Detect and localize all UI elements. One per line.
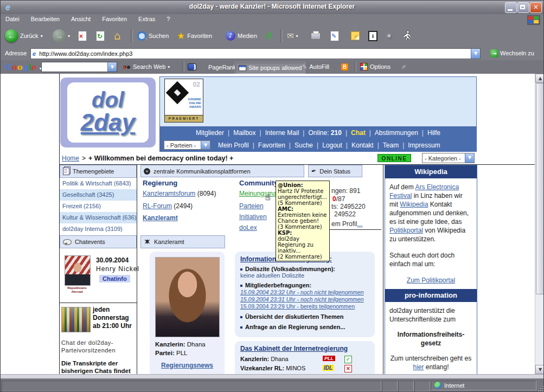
scroll-up-button[interactable]: ▲: [535, 74, 544, 83]
vertical-scrollbar[interactable]: ▲ ▼: [535, 74, 544, 374]
befragung-link-3[interactable]: 15.09.2004 23:29 Uhr - bereits teilgenom…: [240, 303, 369, 310]
media-button[interactable]: ♪ Medien: [226, 28, 257, 43]
menu-bearbeiten[interactable]: Bearbeiten: [26, 14, 65, 24]
address-dropdown-icon[interactable]: ▼: [471, 49, 480, 59]
nav-abstimmungen[interactable]: Abstimmungen: [375, 129, 418, 137]
nav-mein-profil[interactable]: Mein Profil: [218, 142, 249, 149]
forward-button[interactable]: → ▾: [53, 28, 70, 43]
favorites-button[interactable]: ★ Favoriten: [177, 28, 212, 43]
news-button[interactable]: [188, 62, 196, 72]
stop-button[interactable]: ×: [78, 28, 87, 43]
sidebar-item-freizeit[interactable]: Freizeit (2156): [60, 201, 137, 212]
nav-favoriten[interactable]: Favoriten: [258, 142, 285, 149]
menu-ansicht[interactable]: Ansicht: [66, 14, 95, 24]
parteien-link[interactable]: Parteien: [239, 202, 264, 210]
google-logo[interactable]: Google ▾: [5, 62, 42, 72]
kategorien-dropdown-icon[interactable]: ▼: [465, 153, 474, 163]
options-button[interactable]: Options: [360, 62, 391, 72]
pagerank-label[interactable]: PageRank: [208, 64, 236, 70]
google-search-dropdown-icon[interactable]: ▼: [107, 62, 117, 72]
nav-team[interactable]: Team: [383, 142, 399, 149]
nav-mitglieder[interactable]: Mitglieder: [196, 129, 224, 137]
dolex-link[interactable]: doLex: [239, 224, 257, 232]
parteien-dropdown[interactable]: - Parteien - ▼: [164, 140, 210, 150]
home-button[interactable]: ⌂: [114, 28, 121, 43]
sidebar-item-interna[interactable]: dol2day Interna (3109): [60, 223, 137, 235]
nav-suche[interactable]: Suche: [295, 142, 313, 149]
parteien-dropdown-icon[interactable]: ▼: [201, 141, 210, 149]
back-dropdown-icon[interactable]: ▾: [41, 34, 43, 38]
grimme-award-badge[interactable]: 02 GRIMMEONLINEAWARD PRAEMIERT: [164, 79, 203, 123]
highlighter-icon: ✎: [400, 64, 407, 69]
menu-extras[interactable]: Extras: [133, 14, 160, 24]
minimize-button[interactable]: [505, 2, 517, 13]
kanzleramt-link[interactable]: Kanzleramt: [143, 214, 178, 222]
chatinfo-button[interactable]: Chatinfo: [99, 275, 130, 282]
forward-dropdown-icon[interactable]: ▾: [68, 34, 70, 38]
nav-impressum[interactable]: Impressum: [408, 142, 440, 149]
scrollbar-thumb[interactable]: [536, 83, 544, 294]
icq-button[interactable]: i: [368, 28, 377, 43]
anfrage-link[interactable]: Anfrage an die Regierung senden...: [240, 324, 369, 330]
highlight-button[interactable]: ✎: [401, 62, 406, 72]
menu-favoriten[interactable]: Favoriten: [97, 14, 132, 24]
nav-logout[interactable]: Logout: [322, 142, 342, 149]
initiativen-link[interactable]: Initiativen: [239, 213, 267, 221]
meinungsmarkt-tooltip: @Union: Hartz IV Proteste ungerechtferti…: [276, 181, 330, 261]
mail-dropdown-icon[interactable]: ▾: [296, 34, 298, 38]
kategorien-dropdown[interactable]: - Kategorien - ▼: [422, 153, 475, 163]
mail-button[interactable]: ✉ ▾: [287, 28, 298, 43]
refresh-button[interactable]: ↻: [96, 28, 105, 43]
edit-button[interactable]: ✎: [330, 28, 339, 43]
google-search-input[interactable]: ▼: [41, 62, 117, 72]
popup-blocker-button[interactable]: Site popups allowed: [235, 62, 305, 74]
politikportal-link[interactable]: Politikportal: [389, 227, 423, 234]
nav-mailbox[interactable]: Mailbox: [233, 129, 255, 137]
go-button[interactable]: → Wechseln zu: [490, 48, 534, 58]
uebersicht-link[interactable]: Übersicht der diskutierten Themen: [240, 313, 369, 320]
aim-button[interactable]: [403, 28, 411, 43]
wikipedia-header: Wikipedia: [385, 165, 477, 178]
menu-datei[interactable]: Datei: [1, 14, 24, 24]
search-button[interactable]: Suchen: [137, 28, 169, 43]
nav-interne-mail[interactable]: Interne Mail: [265, 129, 299, 137]
sidebar-item-gesellschaft[interactable]: Gesellschaft (3425): [60, 189, 137, 201]
nav-kontakt[interactable]: Kontakt: [351, 142, 374, 149]
title-bar[interactable]: e dol2day - werde Kanzler! - Microsoft I…: [1, 1, 543, 14]
menu-hilfe[interactable]: ?: [162, 14, 175, 24]
maximize-button[interactable]: [517, 2, 529, 13]
print-button[interactable]: [311, 28, 321, 43]
history-button[interactable]: ↺: [265, 28, 272, 43]
autofill-button[interactable]: ✎ AutoFill: [302, 62, 329, 72]
rl-forum-link[interactable]: RL-Forum: [143, 202, 172, 210]
netscape-button[interactable]: ✴: [386, 28, 393, 43]
breadcrumb-home-link[interactable]: Home: [62, 155, 79, 162]
regierungsnews-link[interactable]: Regierungsnews: [161, 362, 213, 369]
address-input[interactable]: e http://www.dol2day.com/index.php3 ▼: [30, 48, 481, 59]
search-web-button[interactable]: Search Web ▾: [123, 62, 170, 72]
nav-hilfe[interactable]: Hilfe: [427, 129, 440, 137]
sidebar-item-politik[interactable]: Politik & Wirtschaft (6843): [60, 178, 137, 189]
scroll-down-button[interactable]: ▼: [535, 365, 544, 374]
options-label: Options: [370, 63, 391, 70]
wikipedia-link[interactable]: Wikipedia: [400, 201, 428, 208]
close-button[interactable]: ×: [530, 2, 542, 13]
dol2day-logo[interactable]: dol 2day: [60, 78, 156, 147]
befragung-link-2[interactable]: 15.09.2004 23:31 Uhr - noch nicht teilge…: [240, 296, 369, 303]
back-button[interactable]: ← Zurück ▾: [5, 28, 43, 43]
kanzleramt-link-row: Kanzleramt: [143, 214, 178, 222]
search-web-dropdown-icon[interactable]: ▾: [168, 65, 170, 69]
online-status-button[interactable]: ONLINE: [377, 154, 411, 162]
messenger-button[interactable]: [351, 28, 360, 43]
sidebar-item-kultur[interactable]: Kultur & Wissenschaft (636): [60, 212, 137, 223]
profile-link[interactable]: ...: [357, 220, 362, 228]
unterschreiben-hier-link[interactable]: hier: [413, 363, 424, 371]
horizontal-scrollbar-strip[interactable]: [1, 374, 544, 378]
kanzleramtsforum-link[interactable]: Kanzleramtsforum: [143, 190, 195, 197]
resize-grip[interactable]: [538, 386, 543, 391]
back-label: Zurück: [20, 33, 39, 39]
befragung-link-1[interactable]: 15.09.2004 23:32 Uhr - noch nicht teilge…: [240, 289, 369, 295]
blogger-button[interactable]: B: [341, 62, 348, 72]
nav-chat[interactable]: Chat: [351, 129, 366, 137]
zum-politikportal-link[interactable]: Zum Politikportal: [407, 277, 455, 284]
